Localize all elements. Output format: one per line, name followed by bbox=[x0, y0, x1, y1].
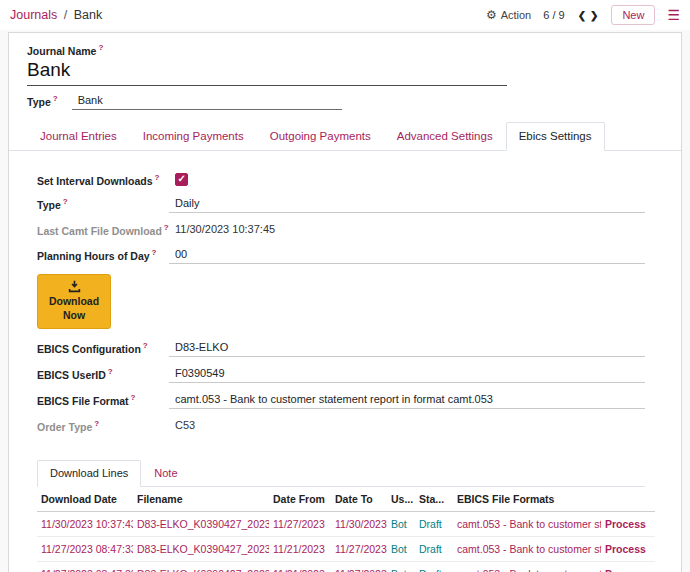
download-lines-header-row: Download Date Filename Date From Date To… bbox=[37, 487, 655, 512]
form-header: Journal Name? Bank Type? Bank bbox=[9, 33, 681, 110]
help-icon: ? bbox=[63, 197, 68, 206]
help-icon: ? bbox=[94, 419, 99, 428]
ebics-file-format-select[interactable]: camt.053 - Bank to customer statement re… bbox=[169, 391, 645, 409]
download-line-row[interactable]: 11/27/2023 08:47:33 D83-ELKO_K0390427_20… bbox=[37, 562, 655, 572]
process-button[interactable]: Process bbox=[601, 537, 655, 562]
field-row-ebics-configuration: EBICS Configuration? D83-ELKO bbox=[37, 339, 645, 357]
field-row-order-type: Order Type? C53 bbox=[37, 417, 645, 434]
col-header-date-from[interactable]: Date From bbox=[269, 487, 331, 512]
ebics-type-label: Type? bbox=[37, 195, 169, 211]
cell-date-to[interactable]: 11/27/2023 bbox=[331, 537, 387, 562]
download-icon bbox=[68, 280, 81, 293]
cell-date-from[interactable]: 11/27/2023 bbox=[269, 512, 331, 537]
cell-state[interactable]: Draft bbox=[415, 537, 453, 562]
field-row-last-camt: Last Camt File Download? 11/30/2023 10:3… bbox=[37, 221, 645, 238]
cell-state[interactable]: Draft bbox=[415, 562, 453, 572]
tab-advanced-settings[interactable]: Advanced Settings bbox=[384, 122, 506, 151]
col-header-download-date[interactable]: Download Date bbox=[37, 487, 133, 512]
tab-journal-entries[interactable]: Journal Entries bbox=[27, 122, 130, 151]
cell-download-date[interactable]: 11/30/2023 10:37:43 bbox=[37, 512, 133, 537]
cell-download-date[interactable]: 11/27/2023 08:47:33 bbox=[37, 562, 133, 572]
cell-filename[interactable]: D83-ELKO_K0390427_2023-11-27_C bbox=[133, 562, 269, 572]
help-icon: ? bbox=[98, 43, 103, 52]
col-header-user[interactable]: Us... bbox=[387, 487, 415, 512]
pager-previous-button[interactable]: ❮ bbox=[577, 8, 587, 23]
help-icon: ? bbox=[53, 94, 58, 103]
breadcrumb-current-record: Bank bbox=[74, 8, 103, 22]
ebics-configuration-label: EBICS Configuration? bbox=[37, 339, 169, 355]
form-sheet: Journal Name? Bank Type? Bank Journal En… bbox=[8, 32, 682, 572]
download-now-button[interactable]: Download Now bbox=[37, 274, 111, 329]
cell-date-to[interactable]: 11/27/2023 bbox=[331, 562, 387, 572]
ebics-settings-panel: Set Interval Downloads? Type? Daily Last… bbox=[9, 151, 681, 446]
gear-icon: ⚙ bbox=[486, 8, 497, 22]
type-row: Type? Bank bbox=[27, 94, 663, 111]
field-row-planning-hours: Planning Hours of Day? 00 bbox=[37, 246, 645, 264]
planning-hours-label: Planning Hours of Day? bbox=[37, 246, 169, 262]
notebook-tabs: Journal Entries Incoming Payments Outgoi… bbox=[9, 122, 681, 151]
download-line-row[interactable]: 11/27/2023 08:47:33 D83-ELKO_K0390427_20… bbox=[37, 537, 655, 562]
breadcrumb: Journals / Bank bbox=[10, 8, 102, 22]
help-icon: ? bbox=[152, 248, 157, 257]
download-line-row[interactable]: 11/30/2023 10:37:43 D83-ELKO_K0390427_20… bbox=[37, 512, 655, 537]
ebics-userid-input[interactable]: F0390549 bbox=[169, 365, 645, 383]
pager-count: 6 / 9 bbox=[543, 9, 564, 21]
chevron-right-icon: ❯ bbox=[590, 10, 598, 21]
cell-ebics-file-format[interactable]: camt.053 - Bank to customer statement re… bbox=[453, 537, 601, 562]
help-icon: ? bbox=[108, 367, 113, 376]
cell-ebics-file-format[interactable]: camt.053 - Bank to customer statement re… bbox=[453, 512, 601, 537]
type-label: Type? bbox=[27, 94, 58, 111]
field-row-type: Type? Daily bbox=[37, 195, 645, 213]
cell-date-from[interactable]: 11/21/2023 bbox=[269, 562, 331, 572]
cell-user[interactable]: Bot bbox=[387, 537, 415, 562]
cell-filename[interactable]: D83-ELKO_K0390427_2023-11-30_C bbox=[133, 512, 269, 537]
col-header-ebics-file-formats[interactable]: EBICS File Formats bbox=[453, 487, 601, 512]
field-row-ebics-userid: EBICS UserID? F0390549 bbox=[37, 365, 645, 383]
last-camt-download-value: 11/30/2023 10:37:45 bbox=[169, 221, 645, 238]
breadcrumb-journals-link[interactable]: Journals bbox=[10, 8, 57, 22]
planning-hours-input[interactable]: 00 bbox=[169, 246, 645, 264]
col-header-actions bbox=[601, 487, 655, 512]
subtab-download-lines[interactable]: Download Lines bbox=[37, 460, 141, 487]
cell-date-to[interactable]: 11/30/2023 bbox=[331, 512, 387, 537]
download-lines-tbody: 11/30/2023 10:37:43 D83-ELKO_K0390427_20… bbox=[37, 512, 655, 572]
cell-download-date[interactable]: 11/27/2023 08:47:33 bbox=[37, 537, 133, 562]
new-button[interactable]: New bbox=[611, 5, 655, 25]
cell-user[interactable]: Bot bbox=[387, 512, 415, 537]
breadcrumb-separator: / bbox=[64, 8, 67, 22]
set-interval-downloads-label: Set Interval Downloads? bbox=[37, 171, 169, 187]
chevron-left-icon: ❮ bbox=[578, 10, 586, 21]
col-header-filename[interactable]: Filename bbox=[133, 487, 269, 512]
subtab-note[interactable]: Note bbox=[141, 460, 190, 487]
col-header-date-to[interactable]: Date To bbox=[331, 487, 387, 512]
hamburger-menu-icon[interactable]: ☰ bbox=[667, 7, 680, 23]
interval-downloads-checkbox[interactable] bbox=[175, 173, 188, 186]
pager-next-button[interactable]: ❯ bbox=[589, 8, 599, 23]
type-select[interactable]: Bank bbox=[72, 94, 342, 110]
cell-state[interactable]: Draft bbox=[415, 512, 453, 537]
pager: ❮ ❯ bbox=[577, 8, 600, 23]
field-row-interval: Set Interval Downloads? bbox=[37, 171, 645, 187]
process-button[interactable]: Process bbox=[601, 512, 655, 537]
tab-outgoing-payments[interactable]: Outgoing Payments bbox=[257, 122, 384, 151]
field-row-ebics-file-format: EBICS File Format? camt.053 - Bank to cu… bbox=[37, 391, 645, 409]
order-type-label: Order Type? bbox=[37, 417, 169, 433]
process-button[interactable]: Process bbox=[601, 562, 655, 572]
cell-filename[interactable]: D83-ELKO_K0390427_2023-11-27_C bbox=[133, 537, 269, 562]
cell-ebics-file-format[interactable]: camt.053 - Bank to customer statement re… bbox=[453, 562, 601, 572]
action-menu-label: Action bbox=[501, 9, 532, 21]
cell-date-from[interactable]: 11/21/2023 bbox=[269, 537, 331, 562]
download-now-label-line1: Download bbox=[49, 295, 99, 307]
help-icon: ? bbox=[131, 393, 136, 402]
ebics-configuration-input[interactable]: D83-ELKO bbox=[169, 339, 645, 357]
top-bar: Journals / Bank ⚙ Action 6 / 9 ❮ ❯ New ☰ bbox=[0, 0, 690, 30]
cell-user[interactable]: Bot bbox=[387, 562, 415, 572]
tab-ebics-settings[interactable]: Ebics Settings bbox=[506, 122, 605, 151]
col-header-state[interactable]: Sta... bbox=[415, 487, 453, 512]
journal-name-input[interactable]: Bank bbox=[27, 57, 507, 86]
action-menu-button[interactable]: ⚙ Action bbox=[486, 8, 531, 22]
tab-incoming-payments[interactable]: Incoming Payments bbox=[130, 122, 257, 151]
interval-type-select[interactable]: Daily bbox=[169, 195, 645, 213]
download-lines-table: Download Date Filename Date From Date To… bbox=[37, 487, 645, 572]
order-type-value: C53 bbox=[169, 417, 645, 434]
